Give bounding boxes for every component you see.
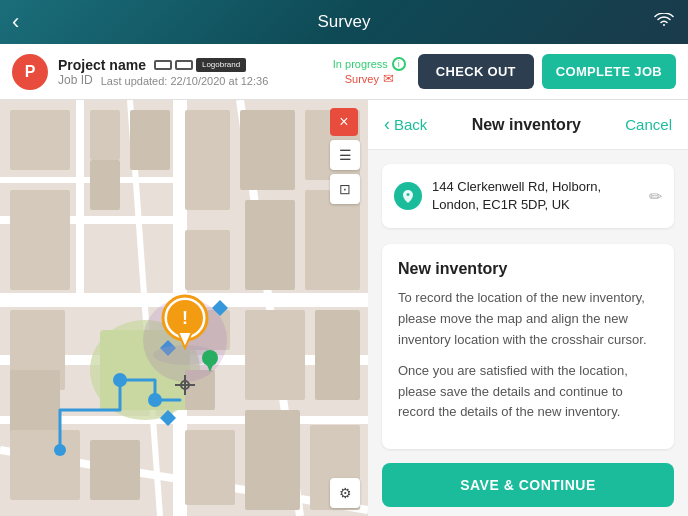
last-updated: Last updated: 22/10/2020 at 12:36	[101, 75, 269, 87]
svg-point-37	[148, 393, 162, 407]
chevron-left-icon: ‹	[384, 114, 390, 135]
new-inventory-section: New inventory To record the location of …	[382, 244, 674, 449]
job-id: Job ID	[58, 73, 93, 87]
svg-rect-28	[245, 310, 305, 400]
svg-rect-31	[90, 440, 140, 500]
svg-rect-18	[90, 160, 120, 210]
section-title: New inventory	[398, 260, 658, 278]
section-desc-2: Once you are satisfied with the location…	[398, 361, 658, 423]
panel-title: New inventory	[472, 116, 581, 134]
checkout-button[interactable]: CHECK OUT	[418, 54, 534, 89]
info-icon: i	[392, 57, 406, 71]
survey-badge: Survey ✉	[345, 71, 394, 86]
layers-button[interactable]: ☰	[330, 140, 360, 170]
cancel-button[interactable]: Cancel	[625, 116, 672, 133]
panel-back-button[interactable]: ‹ Back	[384, 114, 427, 135]
header-title: Survey	[318, 12, 371, 32]
bookmark-button[interactable]: ⊡	[330, 174, 360, 204]
back-label: Back	[394, 116, 427, 133]
close-map-button[interactable]: ×	[330, 108, 358, 136]
svg-rect-30	[10, 430, 80, 500]
svg-rect-29	[315, 310, 360, 400]
svg-point-36	[113, 373, 127, 387]
svg-rect-33	[245, 410, 300, 510]
survey-icon: ✉	[383, 71, 394, 86]
edit-icon[interactable]: ✏	[649, 187, 662, 206]
svg-rect-14	[185, 110, 230, 210]
wifi-icon	[654, 13, 674, 31]
address-text: 144 Clerkenwell Rd, Holborn, London, EC1…	[432, 178, 601, 214]
address-card: 144 Clerkenwell Rd, Holborn, London, EC1…	[382, 164, 674, 228]
svg-rect-13	[130, 110, 170, 170]
section-desc-1: To record the location of the new invent…	[398, 288, 658, 350]
address-left: 144 Clerkenwell Rd, Holborn, London, EC1…	[394, 178, 601, 214]
svg-rect-19	[185, 230, 230, 290]
toolbar-right: CHECK OUT COMPLETE JOB	[418, 54, 676, 89]
location-icon	[394, 182, 422, 210]
svg-rect-15	[240, 110, 295, 190]
project-name: Project name	[58, 57, 146, 73]
svg-rect-21	[305, 190, 360, 290]
survey-label: Survey	[345, 73, 379, 85]
bookmark-icon: ⊡	[339, 181, 351, 197]
map-bottom-right: ⚙	[330, 478, 360, 508]
settings-icon: ⚙	[339, 485, 352, 501]
settings-button[interactable]: ⚙	[330, 478, 360, 508]
svg-text:!: !	[182, 308, 188, 328]
toolbar-left: P Project name Logobrand Job ID Last upd…	[12, 54, 333, 90]
map-area[interactable]: ! × ☰ ⊡ ⚙	[0, 100, 368, 516]
logo-brand: Logobrand	[196, 58, 246, 72]
project-info: Project name Logobrand Job ID Last updat…	[58, 57, 268, 87]
project-icon: P	[12, 54, 48, 90]
save-continue-button[interactable]: SAVE & CONTINUE	[382, 463, 674, 507]
main-content: ! × ☰ ⊡ ⚙	[0, 100, 688, 516]
svg-rect-25	[10, 370, 60, 440]
app-header: ‹ Survey	[0, 0, 688, 44]
svg-rect-32	[185, 430, 235, 505]
complete-job-button[interactable]: COMPLETE JOB	[542, 54, 676, 89]
svg-rect-11	[10, 110, 70, 170]
svg-point-53	[407, 193, 410, 196]
map-controls: × ☰ ⊡	[330, 108, 360, 204]
status-area: In progress i Survey ✉	[333, 57, 406, 86]
svg-rect-17	[10, 190, 70, 290]
svg-point-35	[54, 444, 66, 456]
toolbar: P Project name Logobrand Job ID Last upd…	[0, 44, 688, 100]
panel-body: 144 Clerkenwell Rd, Holborn, London, EC1…	[368, 150, 688, 516]
svg-rect-12	[90, 110, 120, 160]
in-progress-label: In progress	[333, 58, 388, 70]
layers-icon: ☰	[339, 147, 352, 163]
panel-header: ‹ Back New inventory Cancel	[368, 100, 688, 150]
in-progress-badge: In progress i	[333, 57, 406, 71]
header-back-button[interactable]: ‹	[12, 9, 19, 35]
right-panel: ‹ Back New inventory Cancel 144 Cle	[368, 100, 688, 516]
svg-rect-20	[245, 200, 295, 290]
